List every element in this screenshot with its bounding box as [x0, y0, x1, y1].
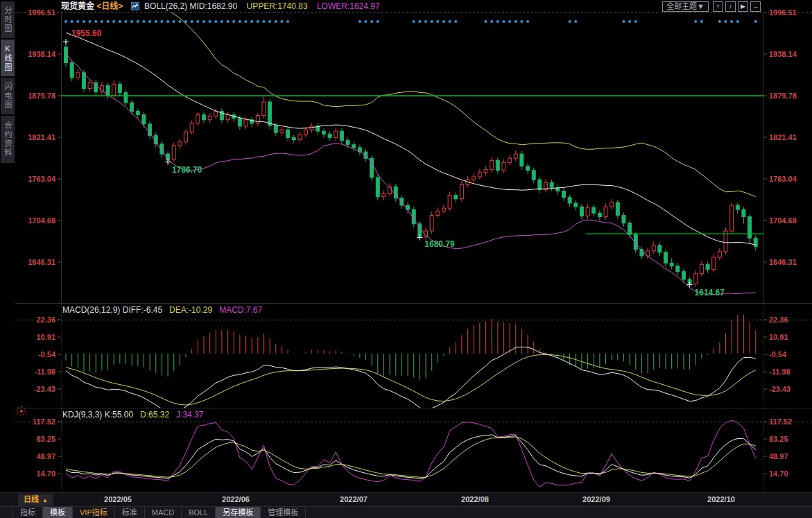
y-axis-label: 1704.68: [15, 216, 55, 225]
chart-header: 现货黄金 <日线> BOLL(26,2) MID:1682.90 UPPER:1…: [15, 0, 812, 12]
kdj-k-value: K:55.00: [105, 410, 133, 420]
bottom-tab-standard[interactable]: 标准: [115, 507, 145, 518]
expand-right-icon[interactable]: →: [750, 1, 761, 12]
bottom-tab-vip-indicators[interactable]: VIP指标: [73, 507, 115, 518]
x-axis-label: 2022/09: [576, 495, 617, 503]
x-axis-label: 2022/05: [97, 495, 139, 503]
left-sidebar: 分时图 K线图 闪电图 合约资料: [0, 0, 15, 492]
y-axis-label: 117.52: [769, 417, 811, 426]
y-axis-label: 1763.04: [769, 175, 811, 183]
y-axis-label: 22.36: [769, 316, 811, 324]
y-axis-label: 83.25: [769, 435, 811, 443]
macd-histogram: [66, 315, 756, 381]
sidebar-tab-kline[interactable]: K线图: [1, 40, 15, 76]
y-axis-label: 1879.78: [15, 92, 55, 100]
boll-upper-line: [66, 12, 756, 197]
y-axis-label: 14.70: [15, 469, 55, 478]
y-axis-label: -11.98: [769, 368, 811, 376]
price-annotation: 1680.79: [424, 239, 455, 249]
sidebar-tab-timeshare[interactable]: 分时图: [1, 1, 15, 38]
signal-dots: [64, 20, 757, 23]
boll-lower-value: LOWER:1624.97: [317, 1, 380, 11]
y-axis-label: 14.70: [769, 469, 811, 478]
step-forward-icon[interactable]: ▶: [738, 1, 748, 12]
price-annotation: 1955.60: [71, 28, 102, 38]
dea-line: [66, 354, 756, 405]
y-axis-label: 117.52: [15, 417, 55, 426]
y-axis-label: 1821.41: [769, 133, 811, 141]
bottom-tab-indicators[interactable]: 指标: [12, 507, 43, 518]
kdj-d-value: D:65.32: [140, 410, 169, 420]
kdj-header: KDJ(9,3,3) K:55.00D:65.32J:34.37: [62, 410, 203, 420]
bottom-tab-save-template[interactable]: 另存模板: [216, 507, 261, 518]
y-axis-label: 1821.41: [15, 133, 55, 141]
x-axis-label: 2022/08: [454, 495, 496, 503]
period-tag: <日线>: [96, 1, 123, 11]
boll-bands: [66, 12, 756, 295]
y-axis-label: -23.43: [769, 385, 811, 393]
x-axis-label: 2022/06: [215, 495, 257, 503]
y-axis-label: 1938.14: [15, 50, 55, 58]
y-axis-label: 48.97: [769, 452, 811, 460]
crosshair-icon[interactable]: +: [713, 1, 723, 12]
k-line: [66, 435, 756, 478]
period-dropdown-button[interactable]: 日线▲: [18, 494, 53, 506]
y-axis-label: 48.97: [15, 452, 55, 460]
boll-upper-value: UPPER:1740.83: [247, 1, 308, 11]
macd-svg: [15, 304, 812, 408]
fit-vertical-icon[interactable]: ↕: [725, 1, 736, 12]
y-axis-label: 10.91: [769, 333, 811, 341]
x-axis-label: 2022/10: [700, 495, 742, 503]
bottom-tab-templates[interactable]: 模板: [43, 507, 73, 518]
macd-lines: [66, 347, 756, 408]
kdj-lines: [66, 420, 756, 487]
kdj-j-value: J:34.37: [176, 410, 203, 420]
boll-mid-value: BOLL(26,2) MID:1682.90: [144, 1, 237, 11]
y-axis-label: 1704.68: [769, 216, 811, 225]
kdj-indicator-pane[interactable]: KDJ(9,3,3) K:55.00D:65.32J:34.37 117.521…: [15, 408, 812, 492]
sidebar-tab-flash[interactable]: 闪电图: [1, 78, 15, 114]
macd-diff-value: DIFF:-6.45: [123, 305, 162, 315]
kdj-svg: [15, 408, 812, 493]
bottom-tab-manage-template[interactable]: 管理模板: [261, 507, 306, 518]
y-axis-label: 1646.31: [15, 258, 55, 266]
boll-mid-line: [66, 33, 756, 245]
boll-lower-line: [66, 53, 756, 295]
y-axis-label: 1996.51: [15, 8, 55, 17]
price-annotations: 1955.601786.701680.791614.67: [63, 28, 725, 297]
bottom-tab-macd[interactable]: MACD: [145, 507, 182, 518]
symbol-title: 现货黄金: [61, 1, 94, 11]
x-axis-label: 2022/07: [333, 495, 374, 503]
bottom-tab-boll[interactable]: BOLL: [182, 507, 216, 518]
sidebar-tab-contract-info[interactable]: 合约资料: [1, 116, 15, 163]
y-axis-label: 1763.04: [15, 175, 55, 183]
price-annotation: 1614.67: [695, 288, 725, 297]
kline-svg: 1955.601786.701680.791614.67: [15, 12, 812, 303]
price-annotation: 1786.70: [172, 165, 202, 175]
y-axis-label: 1938.14: [769, 50, 811, 58]
y-axis-label: -0.54: [769, 350, 811, 359]
macd-title: MACD(26,12,9): [62, 305, 120, 315]
triangle-up-icon: ▲: [42, 497, 48, 503]
y-axis-label: 83.25: [15, 435, 55, 443]
y-axis-label: 1646.31: [769, 258, 811, 266]
theme-selector-button[interactable]: 全部主题▼: [662, 1, 709, 12]
y-axis-label: -11.98: [15, 368, 55, 376]
indicator-alert-icon[interactable]: [17, 406, 26, 415]
kline-chart-pane[interactable]: 1955.601786.701680.791614.671996.511996.…: [15, 12, 812, 303]
d-line: [66, 437, 756, 477]
macd-indicator-pane[interactable]: MACD(26,12,9) DIFF:-6.45DEA:-10.29MACD:7…: [15, 303, 812, 408]
diff-line: [66, 347, 756, 408]
y-axis-label: 22.36: [15, 316, 55, 324]
macd-dea-value: DEA:-10.29: [169, 305, 212, 315]
y-axis-label: 1996.51: [769, 8, 811, 17]
x-axis-strip: 日线▲ 2022/052022/062022/072022/082022/092…: [0, 492, 812, 506]
kdj-title: KDJ(9,3,3): [62, 410, 102, 420]
y-axis-label: -0.54: [15, 350, 55, 359]
y-axis-label: 10.91: [15, 333, 55, 341]
y-axis-label: -23.43: [15, 385, 55, 393]
y-axis-label: 1879.78: [769, 92, 811, 100]
macd-bar-value: MACD:7.67: [219, 305, 262, 315]
macd-header: MACD(26,12,9) DIFF:-6.45DEA:-10.29MACD:7…: [62, 305, 262, 315]
bottom-tabs-bar: 指标模板VIP指标标准MACDBOLL另存模板管理模板: [0, 506, 812, 518]
